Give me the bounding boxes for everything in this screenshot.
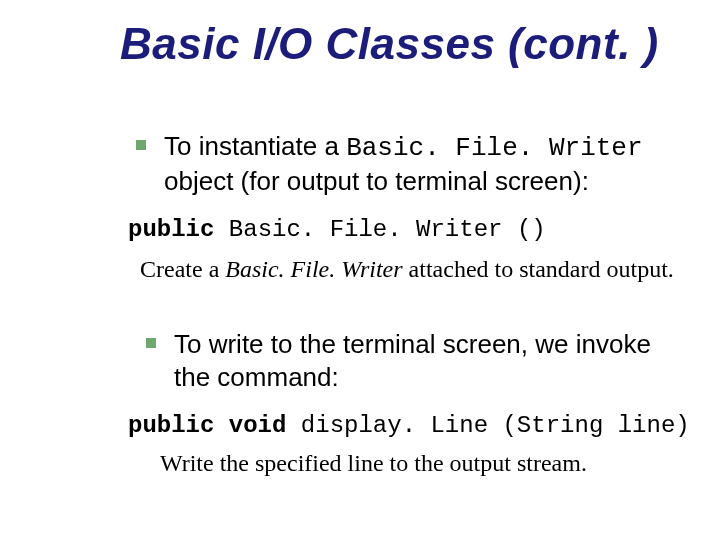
desc-1: Create a Basic. File. Writer attached to… — [140, 256, 674, 283]
code-2: public void display. Line (String line) — [128, 412, 690, 439]
desc-2: Write the specified line to the output s… — [160, 450, 587, 477]
bullet-2: To write to the terminal screen, we invo… — [146, 328, 666, 393]
slide: Basic I/O Classes (cont. ) To instantiat… — [0, 0, 720, 540]
bullet-icon — [136, 140, 146, 150]
code-2-rest: display. Line (String line) — [301, 412, 690, 439]
bullet-2-text: To write to the terminal screen, we invo… — [174, 328, 666, 393]
code-2-kw: public void — [128, 412, 301, 439]
bullet-1-mono: Basic. File. Writer — [346, 133, 642, 163]
code-1: public Basic. File. Writer () — [128, 216, 546, 243]
desc-1-italic: Basic. File. Writer — [225, 256, 402, 282]
bullet-1: To instantiate a Basic. File. Writer obj… — [136, 130, 666, 197]
slide-title: Basic I/O Classes (cont. ) — [120, 22, 659, 66]
desc-1-pre: Create a — [140, 256, 225, 282]
bullet-1-pre: To instantiate a — [164, 131, 346, 161]
bullet-1-text: To instantiate a Basic. File. Writer obj… — [164, 130, 666, 197]
code-1-kw: public — [128, 216, 229, 243]
bullet-icon — [146, 338, 156, 348]
desc-1-post: attached to standard output. — [403, 256, 674, 282]
code-1-rest: Basic. File. Writer () — [229, 216, 546, 243]
bullet-1-post: object (for output to terminal screen): — [164, 166, 589, 196]
